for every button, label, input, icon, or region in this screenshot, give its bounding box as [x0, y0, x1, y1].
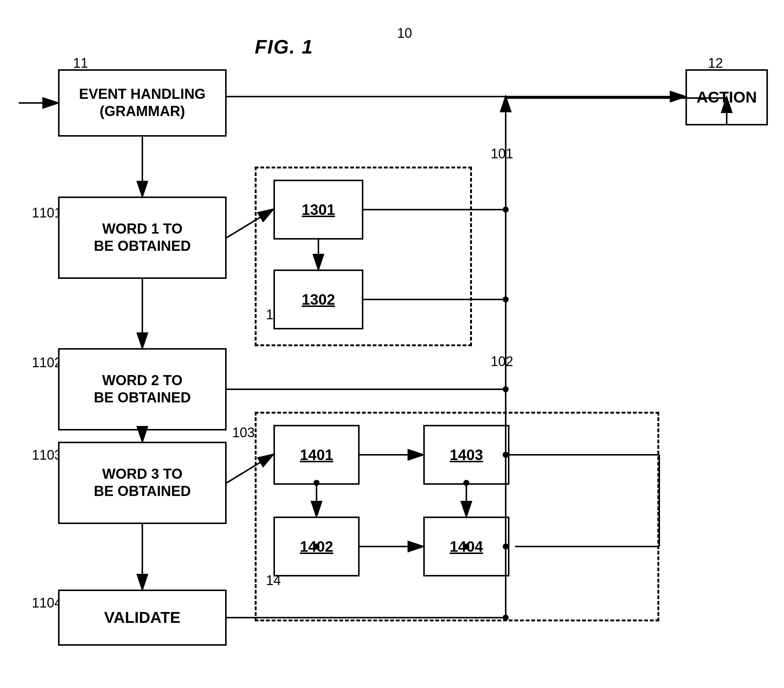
box-1404: 1404 [423, 517, 509, 576]
box-1301: 1301 [273, 180, 363, 240]
ref-103: 103 [232, 425, 255, 440]
ref-1101: 1101 [32, 205, 62, 221]
svg-point-30 [503, 386, 509, 392]
svg-point-28 [503, 207, 509, 213]
ref-12: 12 [708, 56, 723, 71]
action-box: ACTION [685, 69, 768, 125]
ref-101: 101 [491, 146, 513, 162]
ref-1102: 1102 [32, 355, 62, 371]
svg-point-29 [503, 296, 509, 302]
box-1401: 1401 [273, 425, 360, 485]
event-handling-box: EVENT HANDLING (GRAMMAR) [58, 69, 227, 136]
box-1302: 1302 [273, 269, 363, 329]
word2-box: WORD 2 TO BE OBTAINED [58, 348, 227, 430]
word1-box: WORD 1 TO BE OBTAINED [58, 197, 227, 279]
ref-1104: 1104 [32, 595, 62, 611]
ref-10: 10 [397, 25, 412, 41]
box-1402: 1402 [273, 517, 360, 576]
ref-1103: 1103 [32, 447, 62, 463]
box-1403: 1403 [423, 425, 509, 485]
validate-box: VALIDATE [58, 589, 227, 646]
ref-11: 11 [73, 56, 88, 71]
ref-102: 102 [491, 354, 513, 369]
figure-title: FIG. 1 [255, 36, 313, 58]
diagram: FIG. 1 10 11 12 EVENT HANDLING (GRAMMAR)… [0, 0, 784, 688]
word3-box: WORD 3 TO BE OBTAINED [58, 442, 227, 524]
